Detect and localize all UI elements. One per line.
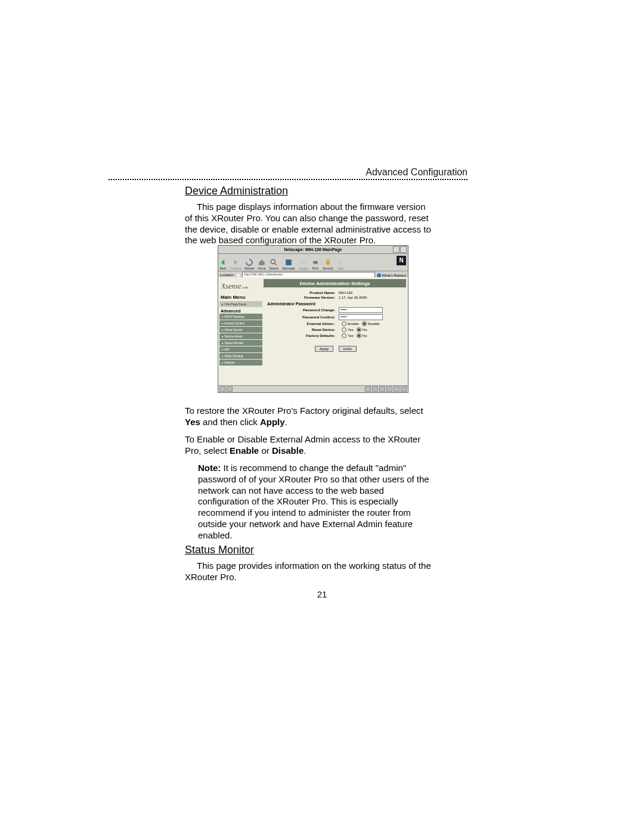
ext-admin-disable-radio[interactable] <box>362 321 367 326</box>
firmware-label: Firmware Version: <box>264 296 339 299</box>
svg-line-1 <box>275 263 277 265</box>
svg-rect-2 <box>286 259 292 265</box>
factory-yes-radio[interactable] <box>342 333 346 338</box>
browser-statusbar <box>218 385 408 392</box>
menu-virtual-server[interactable]: ▸ Virtual Server <box>219 327 262 333</box>
restore-paragraph: To restore the XRouter Pro's Factory ori… <box>185 405 435 428</box>
section-header: Advanced Configuration <box>366 167 467 178</box>
ext-admin-enable-text: Enable <box>348 322 359 326</box>
menu-heading-main: Main Menu <box>221 295 262 300</box>
firmware-value: 1.17, Apr 26 2000 <box>339 296 367 299</box>
stop-button[interactable]: Stop <box>337 259 344 270</box>
reset-device-label: Reset Device: <box>264 328 339 332</box>
product-name-value: MIH-130 <box>339 291 352 295</box>
pw-change-label: Password Change: <box>264 308 339 312</box>
menu-rip[interactable]: ▸ RIP <box>219 346 262 352</box>
netscape-button[interactable]: Netscape <box>282 259 295 270</box>
factory-defaults-label: Factory Defaults: <box>264 334 339 337</box>
pw-confirm-label: Password Confirm: <box>264 315 339 319</box>
reset-no-radio[interactable] <box>357 327 361 332</box>
window-title: Netscape: MIH-130 MainPage <box>284 247 342 252</box>
menu-one-page-setup[interactable]: ▸ One Page Setup <box>219 301 262 307</box>
document-page: Advanced Configuration Device Administra… <box>0 0 644 833</box>
factory-no-radio[interactable] <box>357 333 361 338</box>
ext-admin-enable-radio[interactable] <box>342 321 346 326</box>
status-icon <box>394 386 400 392</box>
print-button[interactable]: Print <box>312 259 319 270</box>
reset-no-text: No <box>363 328 367 332</box>
device-admin-intro: This page displays information about the… <box>185 202 435 246</box>
factory-yes-text: Yes <box>348 334 354 337</box>
svg-rect-6 <box>338 260 342 264</box>
admin-password-section: Administrator Password <box>267 302 408 306</box>
browser-toolbar: Back Forward Reload Home Search Netscape… <box>218 254 408 271</box>
images-button[interactable]: Images <box>299 259 308 270</box>
window-collapse-icon[interactable] <box>393 246 400 253</box>
status-icon <box>379 386 385 392</box>
whats-related[interactable]: 🔵 What's Related <box>377 273 406 277</box>
menu-status-monitor[interactable]: ▸ Status Monitor <box>219 340 262 346</box>
status-icon <box>219 386 225 392</box>
netscape-screenshot: Netscape: MIH-130 MainPage Back Forward … <box>218 245 408 393</box>
search-button[interactable]: Search <box>270 259 279 270</box>
brand-logo: Xsense.com <box>221 282 262 291</box>
reload-button[interactable]: Reload <box>244 259 254 270</box>
external-admin-paragraph: To Enable or Disable External Admin acce… <box>185 434 435 457</box>
menu-heading-advanced: Advanced <box>221 309 262 313</box>
menu-static-routing[interactable]: ▸ Static Routing <box>219 353 262 359</box>
status-icon <box>372 386 378 392</box>
menu-device-admin[interactable]: ▸ Device Admin <box>219 333 262 339</box>
forward-button[interactable]: Forward <box>230 259 241 270</box>
header-rule <box>109 179 467 180</box>
heading-device-admin: Device Administration <box>185 185 288 197</box>
svg-rect-3 <box>301 260 306 264</box>
ext-admin-disable-text: Disable <box>368 322 380 326</box>
product-name-label: Product Name: <box>264 291 339 295</box>
reset-yes-text: Yes <box>348 328 354 332</box>
pw-confirm-input[interactable]: ••••• <box>339 314 383 320</box>
back-button[interactable]: Back <box>219 259 227 270</box>
location-label: Location: <box>220 273 234 277</box>
menu-refresh[interactable]: ▸ Refresh <box>219 360 262 366</box>
reset-yes-radio[interactable] <box>342 327 346 332</box>
heading-status-monitor: Status Monitor <box>185 544 254 556</box>
menu-dhcp-settings[interactable]: ▸ DHCP Settings <box>219 314 262 320</box>
apply-button[interactable]: Apply <box>315 346 333 352</box>
page-number: 21 <box>0 589 644 599</box>
ext-admin-label: External Admin.: <box>264 322 339 326</box>
page-content: Xsense.com Main Menu ▸ One Page Setup Ad… <box>218 277 408 385</box>
settings-panel: Device Administration Settings Product N… <box>264 277 408 385</box>
security-button[interactable]: Security <box>323 259 333 270</box>
undo-button[interactable]: Undo <box>339 346 357 352</box>
status-monitor-intro: This page provides information on the wo… <box>185 561 435 583</box>
status-icon <box>401 386 407 392</box>
window-zoom-icon[interactable] <box>400 246 407 253</box>
factory-no-text: No <box>363 334 367 337</box>
home-button[interactable]: Home <box>258 259 265 270</box>
status-icon <box>386 386 392 392</box>
status-icon <box>227 386 233 392</box>
window-titlebar: Netscape: MIH-130 MainPage <box>218 246 408 254</box>
note-paragraph: Note: It is recommend to change the defa… <box>198 463 431 541</box>
pw-change-input[interactable]: ••••• <box>339 307 383 313</box>
sidebar: Xsense.com Main Menu ▸ One Page Setup Ad… <box>218 277 264 385</box>
status-icon <box>365 386 371 392</box>
svg-rect-4 <box>313 261 317 264</box>
menu-access-control[interactable]: ▸ Access Control <box>219 320 262 326</box>
panel-banner: Device Administration Settings <box>264 279 406 287</box>
svg-rect-5 <box>327 262 330 265</box>
netscape-logo-icon: N <box>397 256 406 265</box>
